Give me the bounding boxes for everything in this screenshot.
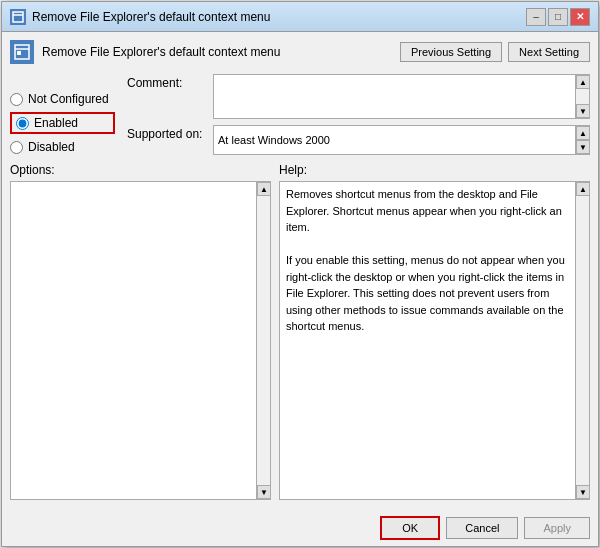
close-button[interactable]: ✕ [570, 8, 590, 26]
restore-button[interactable]: □ [548, 8, 568, 26]
options-scroll-up[interactable]: ▲ [257, 182, 271, 196]
options-scrollbar: ▲ ▼ [256, 182, 270, 499]
right-fields: Comment: ▲ ▼ Support [127, 74, 590, 155]
header-icon [10, 40, 34, 64]
header-title-area: Remove File Explorer's default context m… [10, 40, 280, 64]
options-label: Options: [10, 163, 271, 177]
help-panel-wrapper: Help: Removes shortcut menus from the de… [279, 163, 590, 500]
supported-box: At least Windows 2000 [213, 125, 576, 155]
cancel-button[interactable]: Cancel [446, 517, 518, 539]
supported-scroll-up[interactable]: ▲ [576, 126, 590, 140]
window-icon [10, 9, 26, 25]
options-panel: ▲ ▼ [10, 181, 271, 500]
options-panel-wrapper: Options: ▲ ▼ [10, 163, 271, 500]
help-scroll-up[interactable]: ▲ [576, 182, 590, 196]
main-window: Remove File Explorer's default context m… [1, 1, 599, 547]
not-configured-label: Not Configured [28, 92, 109, 106]
comment-row: Comment: ▲ ▼ [127, 74, 590, 119]
supported-field: At least Windows 2000 ▲ ▼ [213, 125, 590, 155]
next-setting-button[interactable]: Next Setting [508, 42, 590, 62]
header-title: Remove File Explorer's default context m… [42, 45, 280, 59]
svg-rect-0 [13, 12, 23, 22]
comment-field: ▲ ▼ [213, 74, 590, 119]
title-bar: Remove File Explorer's default context m… [2, 2, 598, 32]
form-area: Not Configured Enabled Disabled Comment: [10, 74, 590, 155]
not-configured-option[interactable]: Not Configured [10, 92, 115, 106]
help-content: Removes shortcut menus from the desktop … [280, 182, 575, 499]
comment-input[interactable] [214, 75, 575, 118]
minimize-button[interactable]: – [526, 8, 546, 26]
footer: OK Cancel Apply [2, 508, 598, 546]
content-area: Remove File Explorer's default context m… [2, 32, 598, 508]
disabled-option[interactable]: Disabled [10, 140, 115, 154]
header-row: Remove File Explorer's default context m… [10, 40, 590, 64]
not-configured-radio[interactable] [10, 93, 23, 106]
header-buttons: Previous Setting Next Setting [400, 42, 590, 62]
disabled-label: Disabled [28, 140, 75, 154]
comment-box: ▲ ▼ [213, 74, 590, 119]
supported-label: Supported on: [127, 125, 207, 141]
enabled-label: Enabled [34, 116, 78, 130]
options-scroll-down[interactable]: ▼ [257, 485, 271, 499]
help-label: Help: [279, 163, 590, 177]
help-scroll-down[interactable]: ▼ [576, 485, 590, 499]
comment-scrollbar: ▲ ▼ [575, 75, 589, 118]
enabled-option[interactable]: Enabled [10, 112, 115, 134]
help-scroll-track [576, 196, 589, 485]
scroll-track [576, 89, 589, 104]
help-text: Removes shortcut menus from the desktop … [286, 188, 565, 332]
help-scrollbar: ▲ ▼ [575, 182, 589, 499]
window-title: Remove File Explorer's default context m… [32, 10, 526, 24]
supported-scroll-down[interactable]: ▼ [576, 140, 590, 154]
scroll-up-arrow[interactable]: ▲ [576, 75, 590, 89]
radio-group: Not Configured Enabled Disabled [10, 74, 115, 155]
svg-rect-4 [17, 51, 21, 55]
ok-button[interactable]: OK [380, 516, 440, 540]
window-controls: – □ ✕ [526, 8, 590, 26]
main-panels: Options: ▲ ▼ Help: Removes shortcut menu… [10, 163, 590, 500]
previous-setting-button[interactable]: Previous Setting [400, 42, 502, 62]
options-content [11, 182, 256, 499]
scroll-down-arrow[interactable]: ▼ [576, 104, 590, 118]
supported-scrollbar: ▲ ▼ [576, 125, 590, 155]
apply-button[interactable]: Apply [524, 517, 590, 539]
supported-row: Supported on: At least Windows 2000 ▲ ▼ [127, 125, 590, 155]
disabled-radio[interactable] [10, 141, 23, 154]
comment-label: Comment: [127, 74, 207, 90]
enabled-radio[interactable] [16, 117, 29, 130]
help-panel: Removes shortcut menus from the desktop … [279, 181, 590, 500]
supported-value: At least Windows 2000 [218, 134, 330, 146]
options-scroll-track [257, 196, 270, 485]
